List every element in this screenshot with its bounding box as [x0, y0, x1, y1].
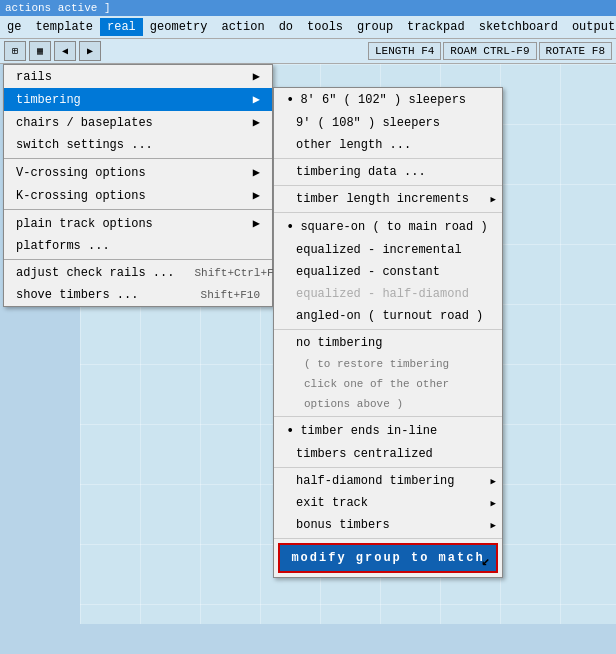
timber-ends-inline-item[interactable]: timber ends in-line [274, 419, 502, 443]
timbering-submenu: 8' 6" ( 102" ) sleepers 9' ( 108" ) slee… [273, 87, 503, 578]
menu-item-geometry[interactable]: geometry [143, 18, 215, 36]
menu-item-group[interactable]: group [350, 18, 400, 36]
switch-settings-item[interactable]: switch settings ... [4, 134, 272, 156]
plain-track-item[interactable]: plain track options ▶ [4, 212, 272, 235]
adjust-check-rails-item[interactable]: adjust check rails ... Shift+Ctrl+F9 [4, 262, 272, 284]
half-diamond-timbering-item[interactable]: half-diamond timbering [274, 470, 502, 492]
sleepers-108-item[interactable]: 9' ( 108" ) sleepers [274, 112, 502, 134]
equalized-half-diamond-item: equalized - half-diamond [274, 283, 502, 305]
rotate-f8-btn[interactable]: ROTATE F8 [539, 42, 612, 60]
shove-timbers-item[interactable]: shove timbers ... Shift+F10 [4, 284, 272, 306]
menu-item-real[interactable]: real [100, 18, 143, 36]
sub-sep-4 [274, 329, 502, 330]
rails-item[interactable]: rails ▶ [4, 65, 272, 88]
length-f4-btn[interactable]: LENGTH F4 [368, 42, 441, 60]
sub-sep-7 [274, 538, 502, 539]
title-bar: actions active ] [0, 0, 616, 16]
square-on-item[interactable]: square-on ( to main road ) [274, 215, 502, 239]
menu-item-do[interactable]: do [272, 18, 300, 36]
timber-length-increments-item[interactable]: timber length increments [274, 188, 502, 210]
menu-item-action[interactable]: action [214, 18, 271, 36]
menu-sep-1 [4, 158, 272, 159]
menu-bar: ge template real geometry action do tool… [0, 16, 616, 39]
equalized-constant-item[interactable]: equalized - constant [274, 261, 502, 283]
angled-on-item[interactable]: angled-on ( turnout road ) [274, 305, 502, 327]
v-crossing-item[interactable]: V-crossing options ▶ [4, 161, 272, 184]
toolbar-btn-fwd[interactable]: ▶ [79, 41, 101, 61]
menu-item-ge[interactable]: ge [0, 18, 28, 36]
menu-item-trackpad[interactable]: trackpad [400, 18, 472, 36]
platforms-item[interactable]: platforms ... [4, 235, 272, 257]
sub-sep-3 [274, 212, 502, 213]
toolbar: ⊞ ▦ ◀ ▶ LENGTH F4 ROAM CTRL-F9 ROTATE F8 [0, 39, 616, 64]
menu-item-tools[interactable]: tools [300, 18, 350, 36]
toolbar-btn-2[interactable]: ▦ [29, 41, 51, 61]
sub-sep-1 [274, 158, 502, 159]
cursor-arrow: ↙ [482, 552, 492, 569]
menu-item-sketchboard[interactable]: sketchboard [472, 18, 565, 36]
menu-item-template[interactable]: template [28, 18, 100, 36]
title-text: actions active ] [5, 2, 111, 14]
restore-note-2: click one of the other [274, 374, 502, 394]
toolbar-btn-back[interactable]: ◀ [54, 41, 76, 61]
chairs-item[interactable]: chairs / baseplates ▶ [4, 111, 272, 134]
equalized-incremental-item[interactable]: equalized - incremental [274, 239, 502, 261]
toolbar-btn-1[interactable]: ⊞ [4, 41, 26, 61]
real-menu-dropdown: rails ▶ timbering ▶ chairs / baseplates … [3, 64, 273, 307]
roam-ctrl-f9-btn[interactable]: ROAM CTRL-F9 [443, 42, 536, 60]
timbering-item[interactable]: timbering ▶ [4, 88, 272, 111]
restore-note-1: ( to restore timbering [274, 354, 502, 374]
exit-track-item[interactable]: exit track [274, 492, 502, 514]
canvas-area: rails ▶ timbering ▶ chairs / baseplates … [80, 64, 616, 624]
other-length-item[interactable]: other length ... [274, 134, 502, 156]
no-timbering-item[interactable]: no timbering [274, 332, 502, 354]
modify-group-to-match-btn[interactable]: modify group to match ↙ [278, 543, 498, 573]
timbers-centralized-item[interactable]: timbers centralized [274, 443, 502, 465]
menu-sep-3 [4, 259, 272, 260]
k-crossing-item[interactable]: K-crossing options ▶ [4, 184, 272, 207]
timbering-data-item[interactable]: timbering data ... [274, 161, 502, 183]
sleepers-102-item[interactable]: 8' 6" ( 102" ) sleepers [274, 88, 502, 112]
menu-sep-2 [4, 209, 272, 210]
bonus-timbers-item[interactable]: bonus timbers [274, 514, 502, 536]
restore-note-3: options above ) [274, 394, 502, 414]
sub-sep-6 [274, 467, 502, 468]
main-area: REA semi-cu rved B + V radius now : mm (… [0, 64, 616, 624]
sub-sep-2 [274, 185, 502, 186]
menu-item-output[interactable]: output [565, 18, 616, 36]
sub-sep-5 [274, 416, 502, 417]
